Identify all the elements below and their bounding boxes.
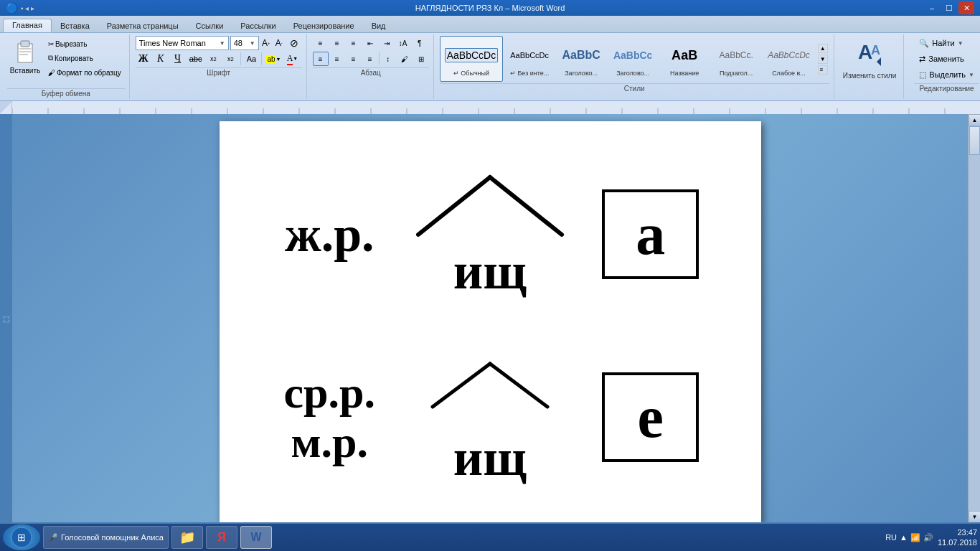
cell-top-right: а — [576, 143, 725, 326]
show-para-button[interactable]: ¶ — [412, 36, 428, 50]
tab-home[interactable]: Главная — [3, 19, 52, 32]
box-a: а — [602, 189, 699, 279]
maximize-button[interactable]: ☐ — [941, 1, 957, 14]
font-row2: Ж К Ч abc х2 х2 Аа ab ▼ А ▼ — [136, 52, 302, 66]
font-shrink-button[interactable]: A- — [273, 37, 285, 49]
text-zhr: ж.р. — [285, 209, 374, 260]
list-multilevel-button[interactable]: ≡ — [346, 36, 362, 50]
superscript-button[interactable]: х2 — [222, 52, 238, 66]
replace-button[interactable]: ⇄ Заменить — [914, 52, 979, 66]
paste-button[interactable]: Вставить — [7, 36, 43, 77]
clipboard-group-content: Вставить ✂ Вырезать ⧉ Копировать 🖌 Форма… — [7, 36, 125, 87]
change-styles-button[interactable]: A A Изменить стили — [840, 36, 899, 83]
box-e: е — [602, 372, 699, 462]
increase-indent-button[interactable]: ⇥ — [379, 36, 395, 50]
tab-layout[interactable]: Разметка страницы — [98, 20, 187, 32]
underline-button[interactable]: Ч — [170, 52, 186, 66]
clock: 23:47 11.07.2018 — [938, 527, 977, 548]
style-subtitle[interactable]: AaBbCc. Подзагол... — [711, 36, 761, 82]
align-center-button[interactable]: ≡ — [329, 52, 345, 66]
shading-button[interactable]: 🖌 — [397, 52, 413, 66]
align-justify-button[interactable]: ≡ — [362, 52, 378, 66]
bold-button[interactable]: Ж — [136, 52, 151, 66]
style-title[interactable]: АаВ Название — [659, 36, 710, 82]
style-emphasis[interactable]: AaBbCcDc Слабое в... — [763, 36, 815, 82]
font-name-selector[interactable]: Times New Roman ▼ — [136, 36, 229, 50]
close-button[interactable]: ✕ — [958, 1, 974, 14]
copy-button[interactable]: ⧉ Копировать — [44, 52, 125, 65]
font-size-selector[interactable]: 48 ▼ — [230, 36, 259, 50]
tab-references[interactable]: Ссылки — [187, 20, 232, 32]
taskbar-word[interactable]: W — [240, 526, 272, 549]
style-no-spacing[interactable]: AaBbCcDc ↵ Без инте... — [504, 36, 555, 82]
network-icon: 📶 — [910, 533, 920, 542]
minimize-button[interactable]: – — [924, 1, 940, 14]
scissors-icon: ✂ — [48, 40, 54, 48]
format-painter-button[interactable]: 🖌 Формат по образцу — [44, 66, 125, 79]
lang-indicator: RU — [885, 533, 897, 542]
title-bar-controls: – ☐ ✕ — [924, 1, 974, 14]
svg-line-38 — [490, 364, 547, 407]
style-subtitle-preview: AaBbCc. — [719, 41, 753, 70]
ruler — [12, 101, 980, 114]
styles-more-button[interactable]: ≡ — [818, 65, 828, 75]
cut-button[interactable]: ✂ Вырезать — [44, 37, 125, 50]
sort-button[interactable]: ↕A — [395, 36, 411, 50]
time: 23:47 — [938, 527, 977, 537]
strikethrough-button[interactable]: abc — [187, 52, 204, 66]
title-bar-left: 🔵 ▪ ◂ ▸ — [6, 2, 34, 14]
find-button[interactable]: 🔍 Найти ▼ — [914, 36, 979, 50]
cell-top-mid: ищ — [404, 143, 576, 326]
font-grow-button[interactable]: A+ — [260, 37, 272, 49]
letter-e: е — [638, 388, 664, 447]
scroll-thumb[interactable] — [969, 126, 980, 155]
highlight-button[interactable]: ab ▼ — [264, 52, 283, 66]
scroll-down-button[interactable]: ▼ — [969, 511, 980, 523]
border-button[interactable]: ⊞ — [413, 52, 429, 66]
style-heading1[interactable]: AaBbC Заголово... — [556, 36, 606, 82]
start-button[interactable]: ⊞ — [3, 524, 40, 550]
select-icon: ⬚ — [919, 70, 926, 80]
tab-view[interactable]: Вид — [363, 20, 395, 32]
clear-format-button[interactable]: ⊘ — [286, 36, 302, 50]
document-area: ж.р. ищ а — [12, 114, 968, 523]
font-color-dropdown-icon: ▼ — [293, 56, 298, 62]
style-heading2[interactable]: AaBbCc Заголово... — [608, 36, 658, 82]
taskbar-yandex[interactable]: Я — [206, 526, 237, 549]
paragraph-row1: ≡ ≡ ≡ ⇤ ⇥ ↕A ¶ — [313, 36, 429, 50]
styles-down-button[interactable]: ▼ — [818, 55, 828, 64]
ruler-area — [0, 101, 980, 114]
scroll-track — [969, 126, 980, 511]
taskbar-explorer[interactable]: 📁 — [171, 526, 203, 549]
align-right-button[interactable]: ≡ — [346, 52, 362, 66]
system-tray: RU ▲ 📶 🔊 — [885, 533, 933, 542]
word-icon: 🔵 — [6, 2, 18, 14]
style-title-preview: АаВ — [672, 41, 697, 70]
align-left-button[interactable]: ≡ — [313, 52, 329, 66]
arrow-up-tray-icon[interactable]: ▲ — [900, 533, 908, 542]
change-case-button[interactable]: Аа — [243, 52, 259, 66]
select-button[interactable]: ⬚ Выделить ▼ — [914, 67, 979, 82]
paragraph-buttons: ≡ ≡ ≡ ⇤ ⇥ ↕A ¶ ≡ ≡ ≡ ≡ ↕ 🖌 ⊞ — [313, 36, 429, 66]
scroll-up-button[interactable]: ▲ — [969, 114, 980, 126]
taskbar-alice[interactable]: 🎤 Голосовой помощник Алиса — [43, 526, 169, 549]
house-bot-svg: ищ — [418, 349, 562, 486]
style-normal[interactable]: AaBbCcDc ↵ Обычный — [440, 36, 503, 82]
binoculars-icon: 🔍 — [919, 39, 929, 48]
font-color-button[interactable]: А ▼ — [284, 52, 300, 66]
cell-bot-left: ср.р. м.р. — [255, 326, 405, 509]
list-bullet-button[interactable]: ≡ — [313, 36, 329, 50]
line-spacing-button[interactable]: ↕ — [380, 52, 396, 66]
paragraph-row2: ≡ ≡ ≡ ≡ ↕ 🖌 ⊞ — [313, 52, 429, 66]
subscript-button[interactable]: х2 — [205, 52, 221, 66]
ruler-corner[interactable] — [0, 101, 12, 114]
decrease-indent-button[interactable]: ⇤ — [362, 36, 378, 50]
font-group: Times New Roman ▼ 48 ▼ A+ A- ⊘ Ж К Ч abc — [131, 34, 307, 99]
tab-review[interactable]: Рецензирование — [285, 20, 363, 32]
styles-up-button[interactable]: ▲ — [818, 44, 828, 53]
italic-button[interactable]: К — [153, 52, 169, 66]
text-srr: ср.р. — [284, 368, 375, 417]
list-number-button[interactable]: ≡ — [329, 36, 345, 50]
tab-insert[interactable]: Вставка — [52, 20, 98, 32]
tab-mailings[interactable]: Рассылки — [232, 20, 284, 32]
